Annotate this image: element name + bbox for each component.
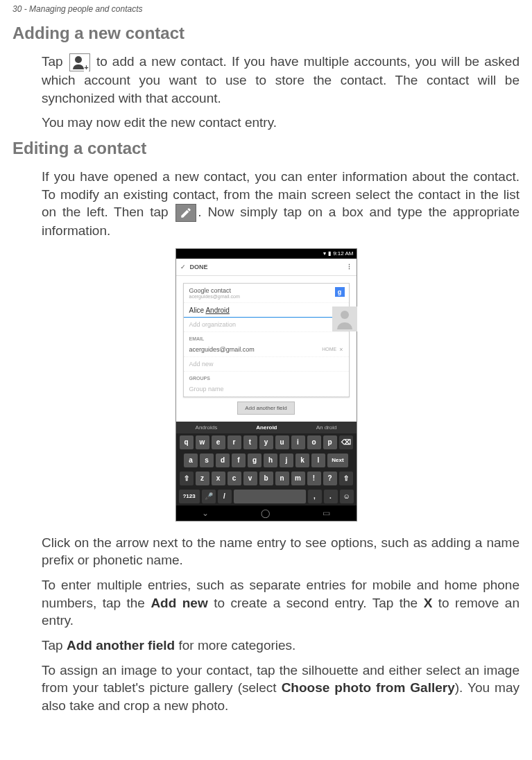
wifi-icon: ▾ <box>323 250 326 257</box>
kb-key[interactable]: h <box>264 454 277 467</box>
kb-key[interactable]: f <box>232 454 246 467</box>
account-row[interactable]: Google contact acerguides@gmail.com g <box>184 284 349 303</box>
kb-row-4: ?123🎤/,.☺ <box>176 487 357 506</box>
avatar-silhouette[interactable] <box>332 306 357 331</box>
done-bar[interactable]: ✓DONE ⋮ <box>176 259 357 276</box>
kb-key[interactable]: j <box>280 454 293 467</box>
kb-key[interactable]: g <box>248 454 261 467</box>
kb-key[interactable]: ⌫ <box>339 435 353 449</box>
kb-key[interactable]: q <box>180 435 194 449</box>
kb-row-3: ⇧zxcvbnm!?⇧ <box>176 469 357 487</box>
add-organization[interactable]: Add organization <box>184 318 349 332</box>
kb-spacebar[interactable] <box>234 490 306 503</box>
nav-recent-icon[interactable]: ▭ <box>323 508 330 518</box>
account-email: acerguides@gmail.com <box>189 294 343 299</box>
remove-icon[interactable]: × <box>339 346 343 353</box>
account-type: Google contact <box>189 287 343 294</box>
kb-key[interactable]: a <box>184 454 198 467</box>
editing-para-2: Click on the arrow next to the name entr… <box>42 534 520 569</box>
kb-key[interactable]: , <box>308 490 322 503</box>
kb-row-2: asdfghjklNext <box>176 451 357 469</box>
kb-key[interactable]: ⇧ <box>339 472 353 485</box>
done-label: DONE <box>190 264 208 270</box>
kb-key[interactable]: t <box>243 435 257 449</box>
overflow-icon[interactable]: ⋮ <box>346 264 352 270</box>
kb-key[interactable]: ☺ <box>340 490 354 503</box>
kb-key[interactable]: Next <box>327 454 348 467</box>
section-title-adding: Adding a new contact <box>12 24 520 43</box>
kb-key[interactable]: o <box>307 435 321 449</box>
kb-key[interactable]: p <box>323 435 337 449</box>
phone-screenshot: ▾ ▮ 9:12 AM ✓DONE ⋮ Google contact acerg… <box>175 248 357 521</box>
kb-key[interactable]: b <box>259 472 273 485</box>
kb-key[interactable]: c <box>228 472 241 485</box>
kb-key[interactable]: d <box>216 454 230 467</box>
kb-key[interactable]: ⇧ <box>180 472 194 485</box>
email-section-label: EMAIL <box>184 332 349 343</box>
editing-para-5: To assign an image to your contact, tap … <box>42 662 520 715</box>
name-field[interactable]: Alice Android ⌄ <box>184 303 349 318</box>
kb-key[interactable]: s <box>200 454 214 467</box>
chapter-title: Managing people and contacts <box>29 4 142 14</box>
editing-para-1: If you have opened a new contact, you ca… <box>42 168 520 240</box>
kb-key[interactable]: ? <box>323 472 337 485</box>
kb-key[interactable]: n <box>275 472 289 485</box>
kb-key[interactable]: 🎤 <box>202 490 216 503</box>
nav-bar: ⌄ ◯ ▭ <box>176 506 357 521</box>
kb-key[interactable]: x <box>212 472 225 485</box>
editing-para-4: Tap Add another field for more categorie… <box>42 637 520 655</box>
groups-section-label: GROUPS <box>184 372 349 382</box>
page-number: 30 <box>12 4 22 14</box>
kb-key[interactable]: . <box>324 490 338 503</box>
google-badge-icon: g <box>335 287 345 297</box>
kb-key[interactable]: m <box>291 472 305 485</box>
add-contact-icon: + <box>69 53 90 71</box>
email-field[interactable]: acerguides@gmail.com HOME × <box>184 343 349 357</box>
battery-icon: ▮ <box>328 250 331 257</box>
adding-para-1: Tap + to add a new contact. If you have … <box>42 53 520 107</box>
kb-key[interactable]: y <box>259 435 273 449</box>
kb-key[interactable]: r <box>228 435 241 449</box>
keyboard[interactable]: qwertyuiop⌫ asdfghjklNext ⇧zxcvbnm!?⇧ ?1… <box>176 433 357 506</box>
nav-back-icon[interactable]: ⌄ <box>202 508 209 518</box>
group-name-field[interactable]: Group name <box>184 382 349 397</box>
check-icon: ✓ <box>180 264 186 270</box>
section-title-editing: Editing a contact <box>12 139 520 158</box>
nav-home-icon[interactable]: ◯ <box>261 508 270 518</box>
add-new-email[interactable]: Add new <box>184 357 349 372</box>
kb-key[interactable]: k <box>295 454 309 467</box>
kb-key[interactable]: ?123 <box>179 490 200 503</box>
adding-para-2: You may now edit the new contact entry. <box>42 114 520 132</box>
kb-key[interactable]: ! <box>307 472 321 485</box>
editing-para-3: To enter multiple entries, such as separ… <box>42 576 520 630</box>
kb-key[interactable]: i <box>291 435 305 449</box>
kb-key[interactable]: z <box>196 472 209 485</box>
kb-key[interactable]: v <box>243 472 257 485</box>
kb-key[interactable]: e <box>212 435 225 449</box>
pencil-icon <box>175 204 196 222</box>
page-header: 30 - Managing people and contacts <box>12 4 520 14</box>
status-bar: ▾ ▮ 9:12 AM <box>176 249 357 259</box>
kb-key[interactable]: / <box>218 490 232 503</box>
contact-card: Google contact acerguides@gmail.com g Al… <box>183 283 350 397</box>
kb-key[interactable]: w <box>196 435 209 449</box>
kb-row-1: qwertyuiop⌫ <box>176 433 357 451</box>
add-another-field-button[interactable]: Add another field <box>237 401 295 415</box>
status-time: 9:12 AM <box>333 250 353 257</box>
kb-key[interactable]: l <box>311 454 325 467</box>
kb-key[interactable]: u <box>275 435 289 449</box>
keyboard-suggestions[interactable]: Androids Aneroid An droid <box>176 422 357 433</box>
